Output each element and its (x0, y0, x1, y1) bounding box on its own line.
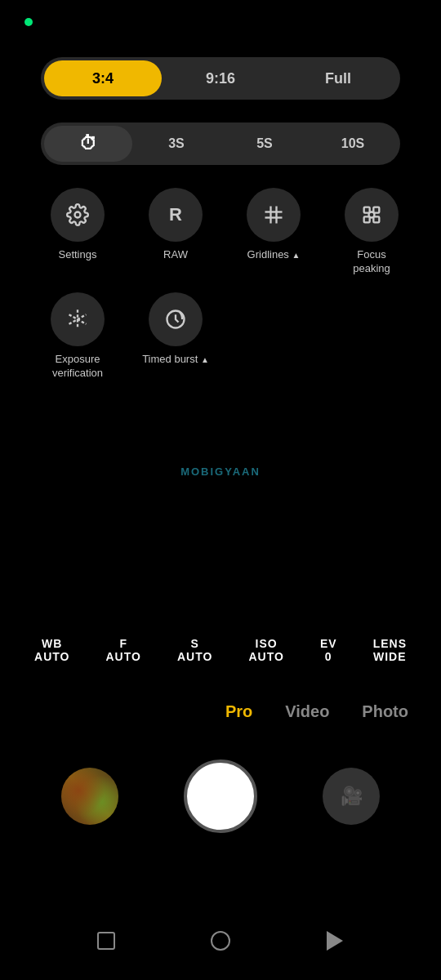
svg-rect-6 (373, 207, 379, 213)
timed-burst-label: Timed burst ▲ (142, 353, 209, 367)
lens-control[interactable]: LENS WIDE (373, 637, 407, 663)
s-control[interactable]: S AUTO (177, 637, 212, 663)
exposure-verification-label: Exposureverification (52, 353, 103, 381)
focus-peaking-icon (345, 188, 399, 242)
wb-label: WB (42, 637, 62, 650)
raw-option[interactable]: R RAW (139, 188, 212, 276)
video-mode-button[interactable]: 🎥 (323, 768, 380, 825)
aspect-ratio-bar: 3:4 9:16 Full (41, 57, 400, 100)
shutter-button[interactable] (184, 760, 257, 833)
iso-value: AUTO (248, 650, 283, 663)
ev-value: 0 (325, 650, 332, 663)
tab-photo[interactable]: Photo (362, 702, 408, 721)
timer-10s-button[interactable]: 10S (309, 126, 397, 162)
gallery-thumbnail[interactable] (61, 768, 118, 825)
timer-5s-button[interactable]: 5S (220, 126, 309, 162)
icons-row-2: Exposureverification Timed burst ▲ (24, 292, 416, 381)
tab-pro[interactable]: Pro (225, 702, 252, 721)
camera-options-grid: Settings R RAW Gridlines ▲ (24, 188, 416, 381)
timer-3s-button[interactable]: 3S (132, 126, 220, 162)
ev-control[interactable]: EV 0 (320, 637, 337, 663)
f-control[interactable]: F AUTO (105, 637, 140, 663)
timer-off-button[interactable]: ⏱ (44, 126, 132, 162)
video-camera-icon: 🎥 (341, 786, 363, 807)
raw-label: RAW (163, 248, 188, 262)
wb-value: AUTO (34, 650, 69, 663)
aspect-ratio-full[interactable]: Full (279, 60, 397, 96)
wb-control[interactable]: WB AUTO (34, 637, 69, 663)
iso-control[interactable]: ISO AUTO (248, 637, 283, 663)
svg-rect-7 (364, 216, 370, 222)
navigation-bar (0, 918, 441, 964)
timed-burst-option[interactable]: Timed burst ▲ (139, 292, 212, 381)
iso-label: ISO (256, 637, 278, 650)
timed-burst-icon (149, 292, 203, 346)
gridlines-option[interactable]: Gridlines ▲ (237, 188, 310, 276)
s-label: S (190, 637, 198, 650)
svg-rect-8 (373, 216, 379, 222)
settings-label: Settings (59, 248, 97, 262)
watermark: MOBIGYAAN (180, 466, 261, 478)
camera-controls-bar: WB AUTO F AUTO S AUTO ISO AUTO EV 0 LENS… (0, 637, 441, 663)
home-button[interactable] (206, 926, 235, 956)
focus-peaking-option[interactable]: Focuspeaking (335, 188, 408, 276)
camera-mode-tabs: Pro Video Photo (0, 702, 441, 721)
settings-option[interactable]: Settings (41, 188, 114, 276)
svg-point-0 (75, 212, 81, 218)
raw-icon: R (149, 188, 203, 242)
exposure-verification-icon (51, 292, 105, 346)
f-label: F (119, 637, 127, 650)
home-icon (211, 931, 230, 951)
shutter-area: 🎥 (0, 760, 441, 833)
recents-icon (97, 932, 115, 950)
status-indicator (24, 18, 33, 26)
focus-peaking-label: Focuspeaking (353, 248, 390, 276)
timer-bar: ⏱ 3S 5S 10S (41, 122, 400, 165)
lens-label: LENS (373, 637, 407, 650)
ev-label: EV (320, 637, 337, 650)
f-value: AUTO (105, 650, 140, 663)
tab-video[interactable]: Video (285, 702, 329, 721)
aspect-ratio-3-4[interactable]: 3:4 (44, 60, 162, 96)
svg-point-9 (369, 212, 375, 218)
gridlines-label: Gridlines ▲ (247, 248, 301, 262)
back-button[interactable] (320, 926, 350, 956)
s-value: AUTO (177, 650, 212, 663)
gridlines-icon (247, 188, 301, 242)
icons-row-1: Settings R RAW Gridlines ▲ (24, 188, 416, 276)
gallery-image (61, 768, 118, 825)
back-icon (327, 931, 343, 951)
exposure-verification-option[interactable]: Exposureverification (41, 292, 114, 381)
svg-rect-5 (364, 207, 370, 213)
recents-button[interactable] (91, 926, 121, 956)
settings-icon (51, 188, 105, 242)
aspect-ratio-9-16[interactable]: 9:16 (162, 60, 279, 96)
lens-value: WIDE (373, 650, 407, 663)
